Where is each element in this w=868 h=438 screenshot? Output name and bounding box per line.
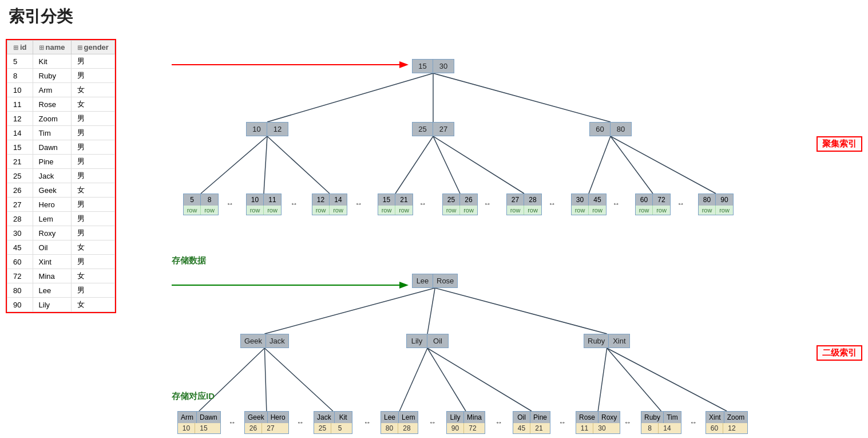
cell-id: 10 — [7, 83, 33, 97]
h-arrow-p01: ↔ — [226, 199, 233, 208]
table-row: 15Dawn男 — [7, 140, 115, 155]
green-arrow — [172, 277, 868, 294]
cell-id: 28 — [7, 212, 33, 226]
tree-section: 15 30 10 12 25 27 60 80 58 rowrow 1011 r… — [172, 33, 868, 438]
cell-id: 15 — [7, 140, 33, 155]
cell-name: Pine — [33, 155, 71, 169]
sleaf-7: RubyTim 814 — [641, 411, 681, 434]
cell-id: 30 — [7, 226, 33, 240]
cell-name: Kit — [33, 54, 71, 69]
table-row: 12Zoom男 — [7, 112, 115, 126]
col-gender: ⊞gender — [71, 41, 114, 54]
pleaf-3: 1521 rowrow — [378, 194, 413, 215]
cell-gender: 男 — [71, 140, 114, 155]
sinternal-0: Geek Jack — [240, 334, 289, 348]
cell-name: Mina — [33, 269, 71, 283]
table-row: 60Xint男 — [7, 255, 115, 269]
sinternal-1: Lily Oil — [406, 334, 449, 348]
data-table: ⊞id ⊞name ⊞gender 5Kit男8Ruby男10Arm女11Ros… — [7, 40, 115, 312]
cell-id: 60 — [7, 255, 33, 269]
cell-name: Xint — [33, 255, 71, 269]
table-row: 27Hero男 — [7, 198, 115, 212]
red-arrow — [172, 56, 868, 73]
svg-line-12 — [611, 136, 653, 194]
h-arrow-p56: ↔ — [548, 199, 556, 208]
cell-id: 45 — [7, 240, 33, 255]
table-row: 10Arm女 — [7, 83, 115, 97]
pleaf-6: 3045 rowrow — [571, 194, 607, 215]
cell-gender: 男 — [71, 69, 114, 83]
page-title: 索引分类 — [0, 0, 868, 33]
pleaf-4: 2526 rowrow — [442, 194, 478, 215]
svg-line-10 — [433, 136, 524, 194]
sleaf-4: LilyMina 9072 — [446, 411, 485, 434]
cell-gender: 女 — [71, 298, 114, 312]
pleaf-2: 1214 rowrow — [312, 194, 347, 215]
sleaf-8: XintZoom 6012 — [706, 411, 748, 434]
table-row: 25Jack男 — [7, 169, 115, 183]
svg-line-7 — [267, 136, 330, 194]
cell-gender: 女 — [71, 83, 114, 97]
cell-id: 26 — [7, 183, 33, 198]
svg-line-21 — [427, 348, 466, 411]
h-arrow-s01: ↔ — [228, 418, 236, 427]
pleaf-0: 58 rowrow — [183, 194, 219, 215]
cell-gender: 女 — [71, 240, 114, 255]
table-row: 45Oil女 — [7, 240, 115, 255]
svg-line-11 — [589, 136, 611, 194]
svg-line-2 — [267, 73, 433, 122]
pleaf-7: 6072 rowrow — [635, 194, 671, 215]
h-arrow-s34: ↔ — [429, 418, 436, 427]
svg-line-14 — [264, 288, 435, 334]
table-row: 30Roxy男 — [7, 226, 115, 240]
table-row: 72Mina女 — [7, 269, 115, 283]
proot-k1: 15 — [413, 60, 433, 73]
label-store-data: 存储数据 — [172, 255, 206, 266]
svg-line-24 — [607, 348, 661, 411]
h-arrow-s78: ↔ — [689, 418, 697, 427]
h-arrow-s67: ↔ — [624, 418, 631, 427]
h-arrow-p67: ↔ — [612, 199, 620, 208]
table-wrapper: ⊞id ⊞name ⊞gender 5Kit男8Ruby男10Arm女11Ros… — [6, 39, 116, 313]
table-row: 28Lem男 — [7, 212, 115, 226]
sleaf-5: OilPine 4521 — [513, 411, 550, 434]
label-clustered-index: 聚集索引 — [817, 136, 862, 152]
h-arrow-s56: ↔ — [558, 418, 566, 427]
cell-gender: 男 — [71, 198, 114, 212]
cell-id: 12 — [7, 112, 33, 126]
h-arrow-p34: ↔ — [419, 199, 426, 208]
cell-gender: 男 — [71, 155, 114, 169]
label-store-id: 存储对应ID — [172, 391, 215, 402]
svg-line-22 — [427, 348, 532, 411]
cell-gender: 男 — [71, 126, 114, 140]
cell-gender: 男 — [71, 112, 114, 126]
sleaf-0: ArmDawn 1015 — [177, 411, 221, 434]
cell-name: Lee — [33, 283, 71, 298]
sleaf-6: RoseRoxy 1130 — [576, 411, 620, 434]
svg-line-9 — [433, 136, 460, 194]
cell-id: 27 — [7, 198, 33, 212]
sleaf-1: GeekHero 2627 — [244, 411, 289, 434]
cell-id: 11 — [7, 97, 33, 112]
col-name: ⊞name — [33, 41, 71, 54]
cell-gender: 女 — [71, 97, 114, 112]
cell-id: 72 — [7, 269, 33, 283]
sinternal-2: Ruby Xint — [584, 334, 630, 348]
col-id: ⊞id — [7, 41, 33, 54]
svg-line-5 — [201, 136, 267, 194]
cell-id: 90 — [7, 298, 33, 312]
cell-name: Roxy — [33, 226, 71, 240]
proot-k2: 30 — [433, 60, 454, 73]
cell-name: Hero — [33, 198, 71, 212]
cell-name: Arm — [33, 83, 71, 97]
h-arrow-s12: ↔ — [296, 418, 304, 427]
label-secondary-index: 二级索引 — [817, 345, 862, 361]
h-arrow-s45: ↔ — [495, 418, 502, 427]
svg-line-6 — [264, 136, 267, 194]
sleaf-3: LeeLem 8028 — [381, 411, 418, 434]
cell-gender: 男 — [71, 255, 114, 269]
cell-name: Ruby — [33, 69, 71, 83]
table-section: ⊞id ⊞name ⊞gender 5Kit男8Ruby男10Arm女11Ros… — [0, 33, 172, 438]
table-row: 11Rose女 — [7, 97, 115, 112]
primary-root: 15 30 — [412, 59, 454, 73]
